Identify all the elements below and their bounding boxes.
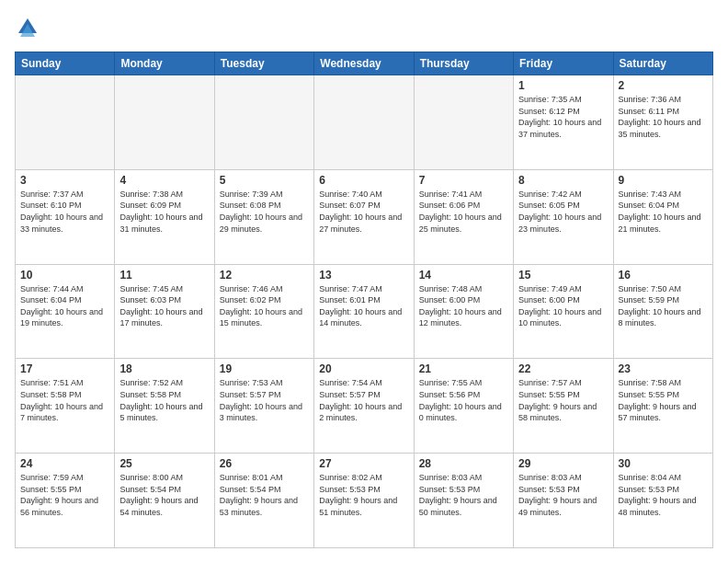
calendar-cell: 16Sunrise: 7:50 AMSunset: 5:59 PMDayligh…: [613, 264, 712, 359]
day-number: 28: [419, 457, 508, 470]
calendar-cell: 15Sunrise: 7:49 AMSunset: 6:00 PMDayligh…: [514, 264, 613, 359]
day-info: Sunrise: 7:50 AMSunset: 5:59 PMDaylight:…: [619, 283, 708, 329]
day-info: Sunrise: 8:03 AMSunset: 5:53 PMDaylight:…: [518, 472, 608, 518]
calendar-week-4: 17Sunrise: 7:51 AMSunset: 5:58 PMDayligh…: [16, 359, 713, 454]
day-number: 22: [518, 362, 608, 375]
day-info: Sunrise: 7:38 AMSunset: 6:09 PMDaylight:…: [119, 189, 209, 235]
calendar-cell: 26Sunrise: 8:01 AMSunset: 5:54 PMDayligh…: [214, 454, 313, 548]
column-header-thursday: Thursday: [414, 52, 513, 75]
day-info: Sunrise: 7:52 AMSunset: 5:58 PMDaylight:…: [119, 377, 209, 423]
column-header-friday: Friday: [514, 52, 613, 75]
day-number: 27: [319, 457, 408, 470]
calendar-week-5: 24Sunrise: 7:59 AMSunset: 5:55 PMDayligh…: [16, 454, 713, 548]
column-header-tuesday: Tuesday: [214, 52, 313, 75]
day-number: 9: [619, 174, 708, 187]
day-number: 26: [220, 457, 309, 470]
calendar-table: SundayMondayTuesdayWednesdayThursdayFrid…: [15, 52, 713, 548]
day-number: 4: [119, 174, 209, 187]
day-number: 30: [619, 457, 708, 470]
page: SundayMondayTuesdayWednesdayThursdayFrid…: [0, 0, 728, 563]
day-info: Sunrise: 8:02 AMSunset: 5:53 PMDaylight:…: [319, 472, 408, 518]
calendar-cell: 13Sunrise: 7:47 AMSunset: 6:01 PMDayligh…: [314, 264, 414, 359]
calendar-cell: 20Sunrise: 7:54 AMSunset: 5:57 PMDayligh…: [314, 359, 414, 454]
calendar-cell: 14Sunrise: 7:48 AMSunset: 6:00 PMDayligh…: [414, 264, 513, 359]
day-number: 2: [619, 79, 708, 92]
day-number: 3: [20, 174, 109, 187]
day-info: Sunrise: 7:59 AMSunset: 5:55 PMDaylight:…: [20, 472, 109, 518]
calendar-cell: 8Sunrise: 7:42 AMSunset: 6:05 PMDaylight…: [514, 169, 613, 264]
column-header-saturday: Saturday: [613, 52, 712, 75]
day-number: 15: [518, 269, 608, 282]
day-number: 19: [220, 362, 309, 375]
calendar-cell: 22Sunrise: 7:57 AMSunset: 5:55 PMDayligh…: [514, 359, 613, 454]
day-info: Sunrise: 7:42 AMSunset: 6:05 PMDaylight:…: [518, 189, 608, 235]
calendar-cell: 21Sunrise: 7:55 AMSunset: 5:56 PMDayligh…: [414, 359, 513, 454]
calendar-cell: 19Sunrise: 7:53 AMSunset: 5:57 PMDayligh…: [214, 359, 313, 454]
day-number: 7: [419, 174, 508, 187]
calendar-cell: 29Sunrise: 8:03 AMSunset: 5:53 PMDayligh…: [514, 454, 613, 548]
day-info: Sunrise: 7:46 AMSunset: 6:02 PMDaylight:…: [220, 283, 309, 329]
calendar-cell: 23Sunrise: 7:58 AMSunset: 5:55 PMDayligh…: [613, 359, 712, 454]
day-info: Sunrise: 7:48 AMSunset: 6:00 PMDaylight:…: [419, 283, 508, 329]
calendar-cell: [214, 75, 313, 170]
column-header-monday: Monday: [115, 52, 214, 75]
calendar-cell: 1Sunrise: 7:35 AMSunset: 6:12 PMDaylight…: [514, 75, 613, 170]
day-info: Sunrise: 8:00 AMSunset: 5:54 PMDaylight:…: [119, 472, 209, 518]
day-number: 17: [20, 362, 109, 375]
day-info: Sunrise: 7:44 AMSunset: 6:04 PMDaylight:…: [20, 283, 109, 329]
calendar-cell: 25Sunrise: 8:00 AMSunset: 5:54 PMDayligh…: [115, 454, 214, 548]
logo: [15, 15, 44, 40]
day-number: 11: [119, 269, 209, 282]
calendar-cell: 5Sunrise: 7:39 AMSunset: 6:08 PMDaylight…: [214, 169, 313, 264]
day-info: Sunrise: 7:45 AMSunset: 6:03 PMDaylight:…: [119, 283, 209, 329]
day-info: Sunrise: 7:39 AMSunset: 6:08 PMDaylight:…: [220, 189, 309, 235]
day-info: Sunrise: 8:04 AMSunset: 5:53 PMDaylight:…: [619, 472, 708, 518]
calendar-cell: 10Sunrise: 7:44 AMSunset: 6:04 PMDayligh…: [16, 264, 115, 359]
calendar-cell: 24Sunrise: 7:59 AMSunset: 5:55 PMDayligh…: [16, 454, 115, 548]
day-info: Sunrise: 7:49 AMSunset: 6:00 PMDaylight:…: [518, 283, 608, 329]
logo-icon: [15, 15, 40, 40]
calendar-cell: [314, 75, 414, 170]
day-number: 23: [619, 362, 708, 375]
day-number: 16: [619, 269, 708, 282]
calendar-cell: [16, 75, 115, 170]
day-info: Sunrise: 7:55 AMSunset: 5:56 PMDaylight:…: [419, 377, 508, 423]
calendar-header-row: SundayMondayTuesdayWednesdayThursdayFrid…: [16, 52, 713, 75]
calendar-week-3: 10Sunrise: 7:44 AMSunset: 6:04 PMDayligh…: [16, 264, 713, 359]
day-info: Sunrise: 7:47 AMSunset: 6:01 PMDaylight:…: [319, 283, 408, 329]
day-number: 20: [319, 362, 408, 375]
calendar-cell: 30Sunrise: 8:04 AMSunset: 5:53 PMDayligh…: [613, 454, 712, 548]
day-info: Sunrise: 7:36 AMSunset: 6:11 PMDaylight:…: [619, 94, 708, 140]
calendar-cell: 18Sunrise: 7:52 AMSunset: 5:58 PMDayligh…: [115, 359, 214, 454]
calendar-body: 1Sunrise: 7:35 AMSunset: 6:12 PMDaylight…: [16, 75, 713, 548]
day-info: Sunrise: 8:03 AMSunset: 5:53 PMDaylight:…: [419, 472, 508, 518]
calendar-cell: 28Sunrise: 8:03 AMSunset: 5:53 PMDayligh…: [414, 454, 513, 548]
day-number: 21: [419, 362, 508, 375]
day-info: Sunrise: 7:35 AMSunset: 6:12 PMDaylight:…: [518, 94, 608, 140]
day-info: Sunrise: 7:40 AMSunset: 6:07 PMDaylight:…: [319, 189, 408, 235]
day-number: 6: [319, 174, 408, 187]
day-number: 24: [20, 457, 109, 470]
day-number: 8: [518, 174, 608, 187]
day-number: 18: [119, 362, 209, 375]
calendar-cell: 7Sunrise: 7:41 AMSunset: 6:06 PMDaylight…: [414, 169, 513, 264]
day-info: Sunrise: 7:37 AMSunset: 6:10 PMDaylight:…: [20, 189, 109, 235]
column-header-wednesday: Wednesday: [314, 52, 414, 75]
day-info: Sunrise: 7:54 AMSunset: 5:57 PMDaylight:…: [319, 377, 408, 423]
day-number: 29: [518, 457, 608, 470]
day-number: 10: [20, 269, 109, 282]
day-number: 14: [419, 269, 508, 282]
calendar-cell: 6Sunrise: 7:40 AMSunset: 6:07 PMDaylight…: [314, 169, 414, 264]
day-info: Sunrise: 7:41 AMSunset: 6:06 PMDaylight:…: [419, 189, 508, 235]
calendar-cell: 12Sunrise: 7:46 AMSunset: 6:02 PMDayligh…: [214, 264, 313, 359]
calendar-cell: 3Sunrise: 7:37 AMSunset: 6:10 PMDaylight…: [16, 169, 115, 264]
day-info: Sunrise: 7:57 AMSunset: 5:55 PMDaylight:…: [518, 377, 608, 423]
day-number: 12: [220, 269, 309, 282]
calendar-cell: 27Sunrise: 8:02 AMSunset: 5:53 PMDayligh…: [314, 454, 414, 548]
day-info: Sunrise: 7:58 AMSunset: 5:55 PMDaylight:…: [619, 377, 708, 423]
day-number: 25: [119, 457, 209, 470]
calendar-cell: [414, 75, 513, 170]
day-info: Sunrise: 7:43 AMSunset: 6:04 PMDaylight:…: [619, 189, 708, 235]
day-number: 13: [319, 269, 408, 282]
header: [15, 15, 713, 40]
